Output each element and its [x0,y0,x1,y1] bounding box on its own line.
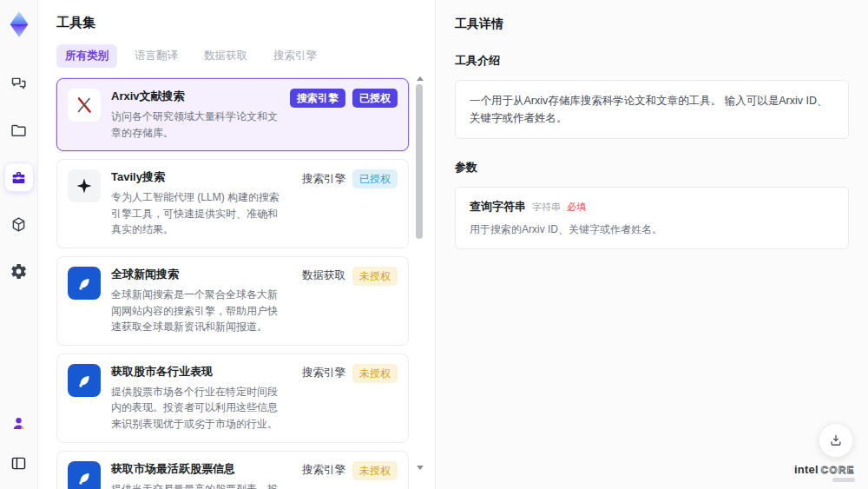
tool-name: Tavily搜索 [111,169,286,185]
tool-list-panel: 工具集 所有类别 语言翻译 数据获取 搜索引擎 A [38,0,435,489]
tool-card-list: Arxiv文献搜索 访问各个研究领域大量科学论文和文章的存储库。 搜索引擎 已授… [56,78,409,489]
scrollbar-thumb[interactable] [416,84,423,239]
tab-search-engine[interactable]: 搜索引擎 [265,44,326,68]
tool-intro-box: 一个用于从Arxiv存储库搜索科学论文和文章的工具。 输入可以是Arxiv ID… [455,80,849,139]
gear-icon [10,262,28,281]
parameter-box: 查询字符串 字符串 必填 用于搜索的Arxiv ID、关键字或作者姓名。 [455,187,849,249]
param-required-badge: 必填 [567,201,586,214]
tool-card-active-stocks[interactable]: 获取市场最活跃股票信息 提供当天交易量最高的股票列表。投资者可以利用这些信息来识… [56,451,409,489]
folder-icon [10,122,28,140]
user-icon [10,414,28,433]
param-description: 用于搜索的Arxiv ID、关键字或作者姓名。 [470,222,834,237]
core-wordmark: CORE [821,466,855,476]
app-window: 工具集 所有类别 语言翻译 数据获取 搜索引擎 A [0,0,868,489]
sidebar-nav [5,69,33,285]
active-stock-icon [68,461,101,489]
status-badge: 未授权 [352,364,398,383]
tab-all-categories[interactable]: 所有类别 [56,44,117,68]
left-sidebar [0,0,38,489]
status-badge: 未授权 [352,267,398,286]
scroll-up-icon[interactable] [417,76,424,81]
tool-card-tavily[interactable]: Tavily搜索 专为人工智能代理 (LLM) 构建的搜索引擎工具，可快速提供实… [56,159,409,248]
arxiv-icon [68,89,101,122]
scroll-down-icon[interactable] [417,466,424,470]
tab-translation[interactable]: 语言翻译 [126,44,187,68]
intel-core-logo: intel CORE [794,464,855,483]
detail-title: 工具详情 [455,17,849,32]
tool-card-global-news[interactable]: 全球新闻搜索 全球新闻搜索是一个聚合全球各大新闻网站内容的搜索引擎，帮助用户快速… [56,256,409,346]
status-badge: 已授权 [352,169,398,188]
tool-description: 全球新闻搜索是一个聚合全球各大新闻网站内容的搜索引擎，帮助用户快速获取全球最新资… [111,287,286,335]
param-name: 查询字符串 [470,199,526,215]
sidebar-item-files[interactable] [5,116,33,144]
category-label: 搜索引擎 [302,172,345,187]
tool-name: Arxiv文献搜索 [111,89,286,104]
tool-description: 专为人工智能代理 (LLM) 构建的搜索引擎工具，可快速提供实时、准确和真实的结… [111,189,286,238]
chat-icon [10,75,28,93]
collapse-sidebar-button[interactable] [5,449,33,477]
sidebar-item-chat[interactable] [5,69,33,97]
sidebar-item-models[interactable] [5,210,33,238]
sparkle-icon [68,169,101,202]
user-avatar[interactable] [5,409,33,437]
tool-name: 获取市场最活跃股票信息 [111,461,286,477]
tool-description: 提供当天交易量最高的股票列表。投资者可以利用这些信息来识别流动性强的股票和潜在的… [111,481,286,489]
category-label: 搜索引擎 [302,463,345,478]
tool-card-arxiv[interactable]: Arxiv文献搜索 访问各个研究领域大量科学论文和文章的存储库。 搜索引擎 已授… [56,78,409,151]
tool-description: 访问各个研究领域大量科学论文和文章的存储库。 [111,109,286,141]
intel-wordmark: intel [794,464,819,475]
param-type: 字符串 [532,201,561,214]
tab-data-fetch[interactable]: 数据获取 [195,44,256,68]
intro-section-title: 工具介绍 [455,53,849,69]
category-badge: 搜索引擎 [290,89,345,108]
tool-name: 全球新闻搜索 [111,267,286,282]
toolbox-icon [10,169,28,187]
sidebar-item-tools[interactable] [5,163,33,191]
tool-detail-panel: 工具详情 工具介绍 一个用于从Arxiv存储库搜索科学论文和文章的工具。 输入可… [435,0,868,489]
list-scrollbar[interactable] [416,76,424,470]
download-icon [828,433,844,448]
sidebar-bottom [5,409,33,477]
category-label: 搜索引擎 [302,366,345,380]
cube-icon [10,215,28,234]
core-subtext-bar [832,478,855,482]
tool-description: 提供股票市场各个行业在特定时间段内的表现。投资者可以利用这些信息来识别表现优于或… [111,384,286,433]
app-logo-icon [6,9,32,40]
tool-name: 获取股市各行业表现 [111,364,286,380]
params-section-title: 参数 [455,160,849,175]
download-button[interactable] [819,423,853,458]
globe-news-icon [68,267,101,300]
panel-layout-icon [10,454,28,472]
tool-card-sector-performance[interactable]: 获取股市各行业表现 提供股票市场各个行业在特定时间段内的表现。投资者可以利用这些… [56,354,409,443]
page-title: 工具集 [56,15,409,31]
category-tabs: 所有类别 语言翻译 数据获取 搜索引擎 [56,44,409,68]
status-badge: 未授权 [352,461,398,480]
status-badge: 已授权 [352,89,398,108]
category-label: 数据获取 [302,268,345,283]
stock-sector-icon [68,364,101,397]
sidebar-item-settings[interactable] [5,257,33,285]
